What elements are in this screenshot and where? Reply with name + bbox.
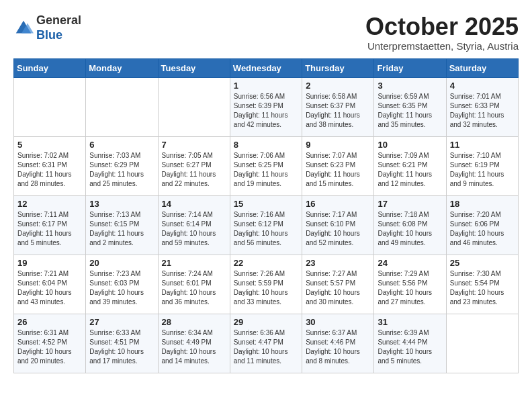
calendar-cell: 5Sunrise: 7:02 AM Sunset: 6:31 PM Daylig… [14,136,86,195]
calendar-cell: 8Sunrise: 7:06 AM Sunset: 6:25 PM Daylig… [230,136,302,195]
day-info: Sunrise: 7:23 AM Sunset: 6:03 PM Dayligh… [89,269,154,307]
calendar-cell: 11Sunrise: 7:10 AM Sunset: 6:19 PM Dayli… [446,136,518,195]
calendar-cell: 28Sunrise: 6:34 AM Sunset: 4:49 PM Dayli… [158,314,230,373]
day-number: 30 [306,317,370,327]
day-number: 4 [450,81,515,91]
calendar-cell: 15Sunrise: 7:16 AM Sunset: 6:12 PM Dayli… [230,195,302,255]
day-number: 7 [162,140,226,150]
calendar-week-row: 5Sunrise: 7:02 AM Sunset: 6:31 PM Daylig… [14,136,519,195]
calendar-cell: 20Sunrise: 7:23 AM Sunset: 6:03 PM Dayli… [86,255,158,314]
day-number: 11 [450,140,515,150]
day-info: Sunrise: 7:13 AM Sunset: 6:15 PM Dayligh… [89,210,154,248]
day-info: Sunrise: 6:58 AM Sunset: 6:37 PM Dayligh… [306,92,370,130]
calendar-cell: 26Sunrise: 6:31 AM Sunset: 4:52 PM Dayli… [14,314,86,373]
day-number: 15 [234,199,298,209]
calendar-cell: 22Sunrise: 7:26 AM Sunset: 5:59 PM Dayli… [230,255,302,314]
day-number: 16 [306,199,370,209]
day-number: 10 [378,140,442,150]
day-info: Sunrise: 7:21 AM Sunset: 6:04 PM Dayligh… [17,269,82,307]
calendar-cell: 27Sunrise: 6:33 AM Sunset: 4:51 PM Dayli… [86,314,158,373]
weekday-header: Friday [374,58,446,77]
day-info: Sunrise: 7:06 AM Sunset: 6:25 PM Dayligh… [234,151,298,189]
calendar-cell: 2Sunrise: 6:58 AM Sunset: 6:37 PM Daylig… [302,77,374,136]
calendar-week-row: 26Sunrise: 6:31 AM Sunset: 4:52 PM Dayli… [14,314,519,373]
day-number: 17 [378,199,442,209]
calendar-cell: 12Sunrise: 7:11 AM Sunset: 6:17 PM Dayli… [14,195,86,255]
logo-icon [13,18,34,38]
day-info: Sunrise: 6:39 AM Sunset: 4:44 PM Dayligh… [378,328,442,366]
day-info: Sunrise: 6:56 AM Sunset: 6:39 PM Dayligh… [234,92,298,130]
calendar-cell: 4Sunrise: 7:01 AM Sunset: 6:33 PM Daylig… [446,77,518,136]
calendar-cell [446,314,518,373]
day-number: 19 [17,258,82,268]
calendar-cell: 1Sunrise: 6:56 AM Sunset: 6:39 PM Daylig… [230,77,302,136]
calendar-cell: 25Sunrise: 7:30 AM Sunset: 5:54 PM Dayli… [446,255,518,314]
calendar-cell [14,77,86,136]
day-info: Sunrise: 7:02 AM Sunset: 6:31 PM Dayligh… [17,151,82,189]
day-info: Sunrise: 7:24 AM Sunset: 6:01 PM Dayligh… [162,269,226,307]
calendar-cell: 16Sunrise: 7:17 AM Sunset: 6:10 PM Dayli… [302,195,374,255]
day-info: Sunrise: 7:11 AM Sunset: 6:17 PM Dayligh… [17,210,82,248]
day-info: Sunrise: 6:36 AM Sunset: 4:47 PM Dayligh… [234,328,298,366]
calendar-cell: 31Sunrise: 6:39 AM Sunset: 4:44 PM Dayli… [374,314,446,373]
day-number: 29 [234,317,298,327]
location-subtitle: Unterpremstaetten, Styria, Austria [365,40,519,52]
calendar-cell: 30Sunrise: 6:37 AM Sunset: 4:46 PM Dayli… [302,314,374,373]
page-header: General Blue October 2025 Unterpremstaet… [13,13,519,52]
day-info: Sunrise: 7:27 AM Sunset: 5:57 PM Dayligh… [306,269,370,307]
calendar-cell: 29Sunrise: 6:36 AM Sunset: 4:47 PM Dayli… [230,314,302,373]
day-info: Sunrise: 7:16 AM Sunset: 6:12 PM Dayligh… [234,210,298,248]
day-number: 6 [89,140,154,150]
calendar-cell: 18Sunrise: 7:20 AM Sunset: 6:06 PM Dayli… [446,195,518,255]
day-info: Sunrise: 7:03 AM Sunset: 6:29 PM Dayligh… [89,151,154,189]
calendar-cell: 6Sunrise: 7:03 AM Sunset: 6:29 PM Daylig… [86,136,158,195]
logo-general-text: General [36,13,81,27]
day-info: Sunrise: 7:30 AM Sunset: 5:54 PM Dayligh… [450,269,515,307]
calendar-cell: 3Sunrise: 6:59 AM Sunset: 6:35 PM Daylig… [374,77,446,136]
day-info: Sunrise: 7:20 AM Sunset: 6:06 PM Dayligh… [450,210,515,248]
day-info: Sunrise: 7:18 AM Sunset: 6:08 PM Dayligh… [378,210,442,248]
calendar-cell [86,77,158,136]
calendar-cell: 19Sunrise: 7:21 AM Sunset: 6:04 PM Dayli… [14,255,86,314]
calendar-cell: 21Sunrise: 7:24 AM Sunset: 6:01 PM Dayli… [158,255,230,314]
calendar-week-row: 1Sunrise: 6:56 AM Sunset: 6:39 PM Daylig… [14,77,519,136]
weekday-header-row: SundayMondayTuesdayWednesdayThursdayFrid… [14,58,519,77]
day-number: 3 [378,81,442,91]
day-number: 12 [17,199,82,209]
day-number: 9 [306,140,370,150]
day-info: Sunrise: 6:34 AM Sunset: 4:49 PM Dayligh… [162,328,226,366]
calendar-cell: 7Sunrise: 7:05 AM Sunset: 6:27 PM Daylig… [158,136,230,195]
day-number: 27 [89,317,154,327]
weekday-header: Saturday [446,58,518,77]
logo: General Blue [13,13,81,42]
day-info: Sunrise: 7:14 AM Sunset: 6:14 PM Dayligh… [162,210,226,248]
calendar-table: SundayMondayTuesdayWednesdayThursdayFrid… [13,58,519,373]
day-info: Sunrise: 7:09 AM Sunset: 6:21 PM Dayligh… [378,151,442,189]
day-number: 25 [450,258,515,268]
day-info: Sunrise: 7:17 AM Sunset: 6:10 PM Dayligh… [306,210,370,248]
calendar-cell [158,77,230,136]
day-number: 2 [306,81,370,91]
weekday-header: Thursday [302,58,374,77]
weekday-header: Sunday [14,58,86,77]
calendar-cell: 13Sunrise: 7:13 AM Sunset: 6:15 PM Dayli… [86,195,158,255]
weekday-header: Wednesday [230,58,302,77]
day-info: Sunrise: 7:05 AM Sunset: 6:27 PM Dayligh… [162,151,226,189]
day-info: Sunrise: 7:07 AM Sunset: 6:23 PM Dayligh… [306,151,370,189]
month-title: October 2025 [365,13,519,40]
day-number: 24 [378,258,442,268]
day-number: 20 [89,258,154,268]
day-info: Sunrise: 6:31 AM Sunset: 4:52 PM Dayligh… [17,328,82,366]
day-number: 18 [450,199,515,209]
logo-blue-text: Blue [36,28,62,42]
calendar-week-row: 19Sunrise: 7:21 AM Sunset: 6:04 PM Dayli… [14,255,519,314]
day-number: 14 [162,199,226,209]
calendar-cell: 23Sunrise: 7:27 AM Sunset: 5:57 PM Dayli… [302,255,374,314]
day-number: 13 [89,199,154,209]
day-number: 8 [234,140,298,150]
day-number: 1 [234,81,298,91]
day-info: Sunrise: 6:33 AM Sunset: 4:51 PM Dayligh… [89,328,154,366]
day-number: 22 [234,258,298,268]
day-number: 23 [306,258,370,268]
day-info: Sunrise: 7:01 AM Sunset: 6:33 PM Dayligh… [450,92,515,130]
